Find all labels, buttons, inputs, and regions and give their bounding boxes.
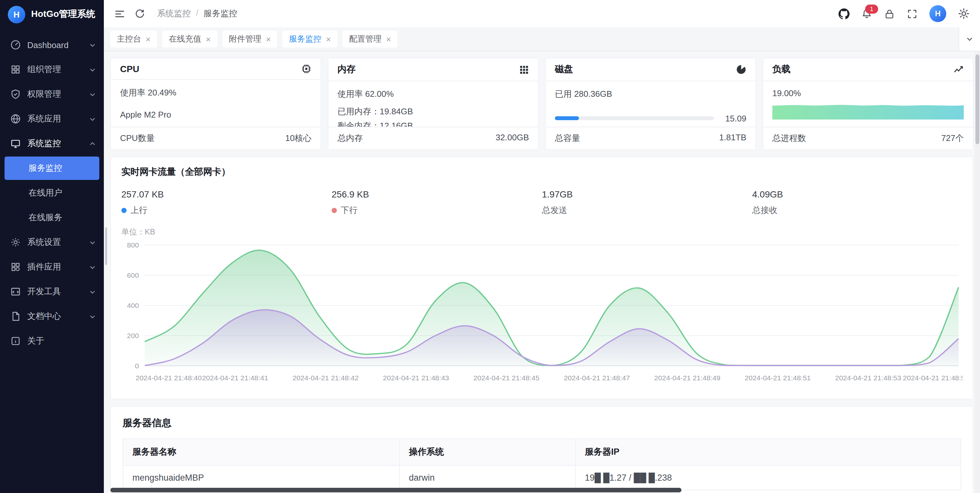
svg-text:2024-04-21 21:48:53: 2024-04-21 21:48:53 (835, 374, 901, 381)
app-logo[interactable]: H HotGo管理系统 (0, 0, 104, 29)
collapse-sidebar-icon[interactable] (114, 8, 125, 19)
sidebar-item-perm[interactable]: 权限管理 (0, 82, 104, 107)
svg-text:2024-04-21 21:48:49: 2024-04-21 21:48:49 (654, 374, 721, 381)
traffic-card: 实时网卡流量（全部网卡） 257.07 KB上行256.9 KB下行1.97GB… (110, 156, 974, 399)
server-info-table: 服务器名称操作系统服务器IP mengshuaideMBPdarwin19█ █… (123, 439, 961, 490)
server-table-header-1: 操作系统 (399, 439, 575, 465)
cpu-chip-icon (301, 64, 312, 74)
table-row: mengshuaideMBPdarwin19█ █1.27 / ██ █.238 (123, 465, 961, 490)
sidebar-item-label: 权限管理 (27, 88, 89, 100)
tab-1[interactable]: 主控台× (110, 30, 157, 48)
tab-label: 服务监控 (289, 34, 321, 45)
cpu-card-title: CPU (120, 64, 139, 74)
trend-line-icon (953, 64, 964, 75)
sidebar-item-about[interactable]: 关于 (0, 329, 104, 353)
settings-gear-icon[interactable] (958, 8, 970, 19)
tab-4[interactable]: 服务监控× (283, 30, 337, 48)
tab-3[interactable]: 附件管理× (222, 30, 277, 48)
sidebar-item-docs[interactable]: 文档中心 (0, 304, 104, 329)
sidebar-item-app[interactable]: 系统应用 (0, 107, 104, 131)
traffic-stat-label: 总接收 (752, 204, 778, 216)
sidebar-item-org[interactable]: 组织管理 (0, 57, 104, 82)
table-cell: mengshuaideMBP (123, 465, 399, 490)
tabs-dropdown-button[interactable] (959, 27, 980, 51)
disk-percent: 15.09 % (721, 113, 746, 127)
plugin-icon (10, 262, 21, 272)
tab-label: 主控台 (117, 34, 141, 45)
disk-footer-value: 1.81TB (719, 132, 746, 144)
sidebar-subitem-1[interactable]: 在线用户 (0, 180, 104, 205)
traffic-stat-0: 257.07 KB上行 (121, 189, 332, 216)
sidebar-item-monitor[interactable]: 系统监控 (0, 131, 104, 156)
disk-pie-icon (736, 64, 746, 75)
docs-icon (10, 311, 21, 322)
lock-screen-icon[interactable] (884, 8, 895, 19)
memory-used: 已用内存：19.84GB (337, 106, 529, 118)
chevron-down-icon (89, 115, 96, 123)
sidebar-subitem-0[interactable]: 服务监控 (5, 156, 99, 180)
disk-progress-fill (555, 116, 579, 120)
svg-text:400: 400 (127, 302, 139, 309)
table-cell: darwin (399, 465, 575, 490)
dashboard-icon (10, 40, 21, 50)
svg-text:2024-04-21 21:48:51: 2024-04-21 21:48:51 (745, 374, 811, 381)
tab-label: 配置管理 (349, 34, 382, 45)
sidebar-scrollbar-thumb[interactable] (105, 227, 107, 265)
traffic-stat-1: 256.9 KB下行 (332, 189, 542, 216)
sidebar-item-settings[interactable]: 系统设置 (0, 230, 104, 255)
tab-5[interactable]: 配置管理× (343, 30, 398, 48)
disk-footer-label: 总容量 (555, 132, 580, 144)
notification-bell-icon[interactable]: 1 (861, 8, 872, 19)
settings-icon (10, 237, 21, 247)
tab-close-icon[interactable]: × (266, 35, 270, 43)
github-icon[interactable] (838, 8, 850, 19)
topbar-actions: 1 H (838, 5, 970, 22)
svg-text:200: 200 (127, 332, 139, 339)
sidebar-item-label: 文档中心 (27, 311, 89, 322)
tab-label: 附件管理 (229, 34, 261, 45)
disk-progress-track (555, 116, 714, 120)
tabs-container: 主控台×在线充值×附件管理×服务监控×配置管理× (110, 30, 398, 48)
monitor-icon (10, 138, 21, 149)
traffic-stat-value: 1.97GB (542, 189, 752, 199)
fullscreen-icon[interactable] (907, 8, 918, 19)
sidebar: H HotGo管理系统 Dashboard组织管理权限管理系统应用系统监控服务监… (0, 0, 104, 493)
tab-close-icon[interactable]: × (146, 35, 151, 43)
sidebar-item-devtools[interactable]: 开发工具 (0, 279, 104, 304)
tab-label: 在线充值 (169, 34, 201, 45)
app-window: H HotGo管理系统 Dashboard组织管理权限管理系统应用系统监控服务监… (0, 0, 980, 493)
sidebar-item-label: 系统监控 (27, 138, 89, 149)
user-avatar[interactable]: H (929, 5, 946, 22)
svg-text:0: 0 (135, 362, 139, 369)
stat-cards-row: CPU 使用率 20.49% Apple M2 Pro CPU数量 10核心 (110, 58, 974, 150)
notification-badge: 1 (865, 4, 878, 13)
chevron-down-icon (89, 41, 96, 48)
horizontal-scrollbar-thumb[interactable] (110, 488, 681, 492)
vertical-scrollbar-thumb[interactable] (975, 54, 979, 144)
sidebar-item-label: 关于 (27, 335, 96, 347)
tab-close-icon[interactable]: × (326, 35, 331, 43)
svg-text:600: 600 (127, 272, 139, 279)
memory-footer-label: 总内存 (337, 132, 363, 144)
tab-close-icon[interactable]: × (386, 35, 391, 43)
refresh-icon[interactable] (134, 8, 145, 19)
breadcrumb: 系统监控 / 服务监控 (157, 8, 237, 19)
legend-dot-icon (121, 208, 127, 213)
breadcrumb-item[interactable]: 系统监控 (157, 8, 191, 19)
logo-icon: H (8, 6, 25, 23)
tab-2[interactable]: 在线充值× (162, 30, 217, 48)
server-info-title: 服务器信息 (123, 417, 961, 429)
page-content: CPU 使用率 20.49% Apple M2 Pro CPU数量 10核心 (104, 51, 980, 493)
sidebar-item-label: 系统设置 (27, 236, 89, 248)
load-card-title: 负载 (772, 64, 791, 75)
tab-close-icon[interactable]: × (206, 35, 211, 43)
traffic-card-title: 实时网卡流量（全部网卡） (121, 166, 963, 178)
memory-card-title: 内存 (337, 64, 356, 75)
sidebar-item-dashboard[interactable]: Dashboard (0, 32, 104, 57)
tabbar: 主控台×在线充值×附件管理×服务监控×配置管理× (104, 27, 980, 51)
svg-text:2024-04-21 21:48:45: 2024-04-21 21:48:45 (473, 374, 540, 381)
sidebar-subitem-2[interactable]: 在线服务 (0, 205, 104, 230)
sidebar-item-plugin[interactable]: 插件应用 (0, 255, 104, 279)
memory-free: 剩余内存：12.16GB (337, 120, 529, 127)
chevron-down-icon (89, 91, 96, 98)
